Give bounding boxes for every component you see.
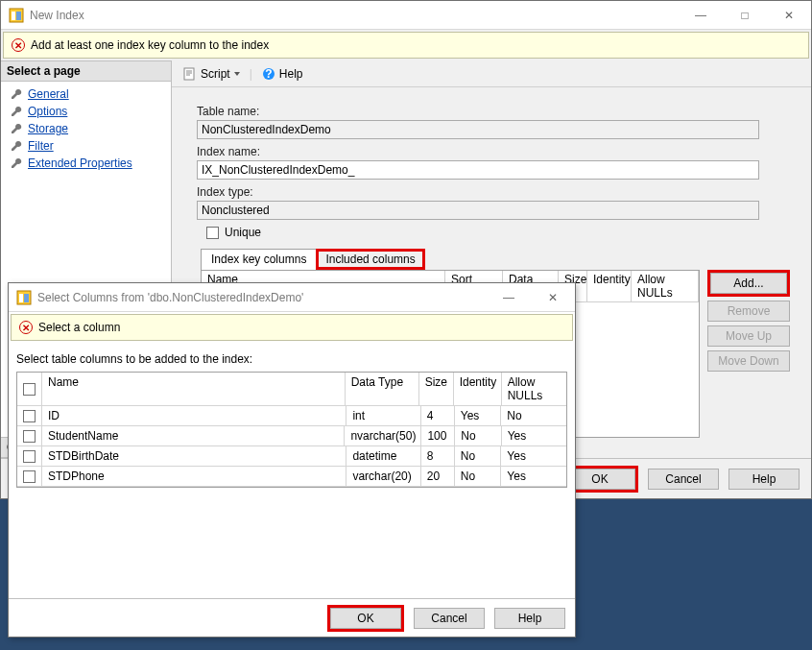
cell-size: 4 [421,406,455,426]
toolbar: Script | ? Help [172,60,811,87]
dialog-warning-text: Select a column [38,321,120,334]
script-button[interactable]: Script [178,65,246,83]
wrench-icon [11,157,22,169]
tab-included-columns[interactable]: Included columns [316,249,424,270]
unique-label: Unique [225,226,261,239]
page-item-options[interactable]: Options [1,103,171,120]
page-item-extended[interactable]: Extended Properties [1,155,171,172]
dialog-instruction: Select table columns to be added to the … [16,352,567,366]
warning-bar: ✕ Add at least one index key column to t… [3,32,809,59]
tab-index-key-columns[interactable]: Index key columns [201,249,317,270]
cell-allow-nulls: Yes [502,426,566,446]
col-header-checkbox[interactable] [17,373,42,406]
svg-rect-7 [19,294,23,302]
col-header-allow-nulls[interactable]: Allow NULLs [502,373,566,406]
dialog-titlebar[interactable]: Select Columns from 'dbo.NonClusteredInd… [9,283,575,312]
col-header-identity[interactable]: Identity [454,373,502,406]
maximize-button[interactable]: □ [723,1,767,30]
window-title: New Index [30,9,84,22]
help-button[interactable]: Help [728,469,800,490]
dialog-help-button[interactable]: Help [494,608,565,629]
move-up-button: Move Up [707,325,790,347]
page-item-filter[interactable]: Filter [1,137,171,155]
col-header-size[interactable]: Size [419,373,454,406]
cell-size: 20 [421,467,455,487]
cell-datatype: nvarchar(50) [345,426,421,446]
page-item-general[interactable]: General [1,85,171,103]
select-columns-dialog: Select Columns from 'dbo.NonClusteredInd… [8,282,576,638]
cell-datatype: varchar(20) [346,467,420,487]
index-type-field: Nonclustered [197,201,759,220]
columns-grid: Name Data Type Size Identity Allow NULLs… [16,372,567,488]
dialog-minimize-button[interactable]: — [487,283,531,312]
table-row[interactable]: StudentNamenvarchar(50)100NoYes [17,426,566,446]
titlebar[interactable]: New Index — □ ✕ [1,1,811,30]
script-icon [183,67,197,81]
table-row[interactable]: STDBirthDatedatetime8NoYes [17,446,566,467]
cell-identity: No [455,426,501,446]
svg-text:?: ? [265,67,272,81]
table-row[interactable]: STDPhonevarchar(20)20NoYes [17,467,566,487]
page-item-storage[interactable]: Storage [1,120,171,137]
remove-button: Remove [707,301,790,322]
wrench-icon [11,106,22,117]
row-checkbox[interactable] [17,406,42,426]
col-header-datatype[interactable]: Data Type [346,373,419,406]
cell-size: 100 [421,426,455,446]
add-button[interactable]: Add... [710,273,787,294]
unique-checkbox[interactable]: Unique [206,226,794,239]
cell-identity: No [455,446,502,467]
svg-rect-1 [12,12,15,20]
cell-name: ID [42,406,346,426]
index-name-input[interactable] [197,160,759,180]
close-button[interactable]: ✕ [767,1,811,30]
index-type-label: Index type: [197,185,794,199]
col-header-identity[interactable]: Identity [587,271,632,302]
move-down-button: Move Down [707,350,790,372]
svg-rect-8 [24,294,29,302]
error-icon: ✕ [12,38,25,52]
dialog-title: Select Columns from 'dbo.NonClusteredInd… [37,291,303,304]
table-row[interactable]: IDint4YesNo [17,406,566,426]
cell-size: 8 [421,446,455,467]
table-name-label: Table name: [197,105,794,118]
index-app-icon [9,8,24,23]
chevron-down-icon [234,72,240,76]
index-app-icon [16,290,32,305]
table-name-field: NonClusteredIndexDemo [197,120,759,139]
dialog-ok-button[interactable]: OK [330,608,401,629]
minimize-button[interactable]: — [679,1,723,30]
cell-datatype: int [346,406,420,426]
index-name-label: Index name: [197,145,794,158]
row-checkbox[interactable] [17,426,42,446]
cancel-button[interactable]: Cancel [648,469,719,490]
svg-rect-2 [16,12,21,20]
cell-allow-nulls: Yes [501,467,566,487]
wrench-icon [11,140,22,152]
dialog-cancel-button[interactable]: Cancel [414,608,485,629]
svg-rect-3 [184,68,194,80]
warning-text: Add at least one index key column to the… [31,38,269,52]
row-checkbox[interactable] [17,446,42,467]
wrench-icon [11,88,22,100]
help-button[interactable]: ? Help [256,65,309,83]
cell-datatype: datetime [346,446,420,467]
cell-name: StudentName [42,426,345,446]
cell-allow-nulls: Yes [501,446,566,467]
wrench-icon [11,123,22,134]
col-header-name[interactable]: Name [42,373,346,406]
checkbox-icon [206,227,219,239]
help-icon: ? [262,67,275,81]
cell-identity: No [455,467,502,487]
dialog-close-button[interactable]: ✕ [531,283,575,312]
col-header-allow-nulls[interactable]: Allow NULLs [632,271,699,302]
row-checkbox[interactable] [17,467,42,487]
cell-allow-nulls: No [501,406,566,426]
cell-identity: Yes [455,406,502,426]
cell-name: STDPhone [42,467,346,487]
error-icon: ✕ [19,321,33,334]
dialog-button-bar: OK Cancel Help [9,598,575,637]
dialog-warning-bar: ✕ Select a column [11,314,573,341]
pages-header: Select a page [1,60,171,82]
cell-name: STDBirthDate [42,446,346,467]
